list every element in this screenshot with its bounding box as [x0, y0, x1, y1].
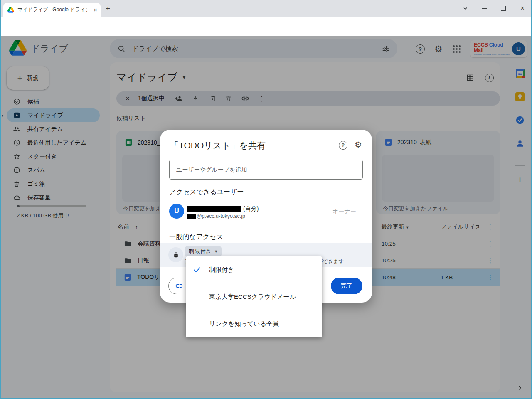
owner-avatar: U [169, 204, 184, 219]
dialog-title: 「TODOリスト」を共有 [170, 140, 266, 151]
general-access-label: 一般的なアクセス [169, 233, 223, 241]
browser-toolbar: drive.google.com/drive/my-drive U ⋮ [0, 17, 532, 36]
window-maximize-button[interactable] [494, 0, 513, 17]
done-button[interactable]: 完了 [331, 278, 362, 294]
drive-app: ドライブ ? ⚙ ECCS Cloud Mail Information Tec… [0, 36, 532, 398]
people-with-access-label: アクセスできるユーザー [169, 188, 244, 197]
chevron-down-icon: ▼ [214, 249, 218, 254]
tab-search-icon[interactable] [456, 0, 475, 17]
access-level-dropdown[interactable]: 制限付き ▼ [185, 246, 222, 257]
browser-window: マイドライブ - Google ドライブ × + × drive.google.… [0, 0, 532, 399]
owner-role-label: オーナー [332, 208, 356, 215]
menu-item-restricted[interactable]: 制限付き [186, 256, 322, 283]
redacted-email-prefix [187, 214, 196, 219]
lock-icon [168, 247, 183, 262]
menu-item-anyone-with-link[interactable]: リンクを知っている全員 [186, 310, 322, 337]
owner-self-label: (自分) [243, 205, 259, 213]
dialog-settings-gear-icon[interactable]: ⚙ [355, 140, 362, 150]
new-tab-button[interactable]: + [106, 4, 110, 13]
tab-bar: マイドライブ - Google ドライブ × + × [0, 0, 532, 17]
redacted-owner-name [187, 206, 241, 212]
tab-title: マイドライブ - Google ドライブ [17, 6, 87, 13]
tab-close-icon[interactable]: × [94, 7, 97, 13]
check-icon [192, 265, 202, 274]
owner-email: @g.ecc.u-tokyo.ac.jp [197, 213, 245, 219]
browser-tab[interactable]: マイドライブ - Google ドライブ × [3, 3, 101, 17]
drive-favicon [7, 7, 14, 13]
dialog-help-icon[interactable]: ? [339, 141, 347, 150]
link-icon [175, 282, 183, 290]
window-minimize-button[interactable] [475, 0, 494, 17]
add-people-input[interactable] [169, 160, 363, 180]
menu-item-eccs-cloud-mail[interactable]: 東京大学ECCSクラウドメール [186, 283, 322, 310]
window-close-button[interactable]: × [513, 0, 532, 17]
access-level-menu: 制限付き 東京大学ECCSクラウドメール リンクを知っている全員 [186, 256, 322, 337]
